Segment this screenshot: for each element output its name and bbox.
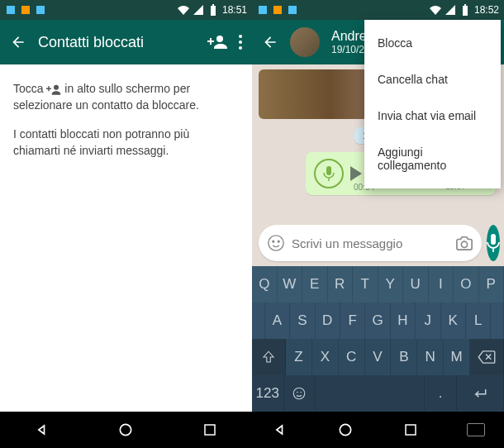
key-y[interactable]: Y xyxy=(378,266,404,303)
status-bar: 18:52 xyxy=(252,0,504,20)
signal-icon xyxy=(193,4,204,16)
nav-bar xyxy=(0,412,252,448)
key-j[interactable]: J xyxy=(416,303,440,339)
key-[object svgsvgelement][interactable] xyxy=(252,339,286,375)
notif-icon xyxy=(287,4,298,16)
message-input[interactable] xyxy=(292,236,449,250)
key-b[interactable]: B xyxy=(391,339,417,375)
svg-rect-10 xyxy=(464,4,466,6)
wifi-icon xyxy=(430,4,441,16)
key-m[interactable]: M xyxy=(444,339,470,375)
notif-icon xyxy=(5,4,17,16)
key-u[interactable]: U xyxy=(403,266,429,303)
instruction-text: Tocca in alto sullo schermo per selezion… xyxy=(13,81,239,113)
page-title: Contatti bloccati xyxy=(38,34,196,51)
content-area: Tocca in alto sullo schermo per selezion… xyxy=(0,64,252,412)
key-c[interactable]: C xyxy=(339,339,365,375)
nav-back-icon[interactable] xyxy=(31,418,54,441)
key-v[interactable]: V xyxy=(365,339,392,375)
status-time: 18:52 xyxy=(474,4,499,16)
key-[object svgsvgelement][interactable] xyxy=(457,375,504,412)
nav-recent-icon[interactable] xyxy=(399,418,422,441)
status-left-icons xyxy=(257,4,298,16)
key-o[interactable]: O xyxy=(454,266,479,303)
key-[object svgsvgelement][interactable] xyxy=(284,375,316,412)
key-space[interactable] xyxy=(316,375,425,412)
menu-item-block[interactable]: Blocca xyxy=(364,25,501,61)
keyboard[interactable]: QWERTYUIOP ASDFGHJKL ZXCVBNM 123. xyxy=(252,266,504,412)
svg-rect-8 xyxy=(205,425,215,435)
status-time: 18:51 xyxy=(222,4,247,16)
add-contact-inline-icon xyxy=(46,83,61,95)
add-contact-icon[interactable] xyxy=(207,32,227,52)
key-x[interactable]: X xyxy=(312,339,339,375)
key-p[interactable]: P xyxy=(479,266,505,303)
audio-avatar xyxy=(314,159,344,188)
key-e[interactable]: E xyxy=(302,266,328,303)
key-t[interactable]: T xyxy=(353,266,378,303)
key-z[interactable]: Z xyxy=(286,339,312,375)
key-l[interactable]: L xyxy=(466,303,491,339)
key-half[interactable] xyxy=(491,303,504,339)
mic-icon xyxy=(323,166,335,181)
mic-button[interactable] xyxy=(487,225,500,261)
svg-rect-0 xyxy=(211,6,216,16)
svg-point-7 xyxy=(121,424,131,435)
svg-point-12 xyxy=(269,236,283,250)
svg-point-14 xyxy=(278,241,279,242)
nav-back-icon[interactable] xyxy=(269,418,292,441)
app-bar: Contatti bloccati xyxy=(0,20,252,64)
key-k[interactable]: K xyxy=(441,303,466,339)
keyboard-row-2: ASDFGHJKL xyxy=(252,303,504,339)
key-f[interactable]: F xyxy=(340,303,365,339)
key-.[interactable]: . xyxy=(425,375,457,412)
emoji-icon[interactable] xyxy=(267,234,285,252)
back-icon[interactable] xyxy=(262,34,278,50)
key-q[interactable]: Q xyxy=(252,266,278,303)
key-i[interactable]: I xyxy=(429,266,454,303)
notif-icon xyxy=(35,4,46,16)
nav-home-icon[interactable] xyxy=(114,418,137,441)
contact-avatar[interactable] xyxy=(290,27,320,57)
svg-point-6 xyxy=(54,85,59,90)
svg-point-20 xyxy=(340,424,350,435)
key-s[interactable]: S xyxy=(290,303,315,339)
svg-point-3 xyxy=(239,35,242,38)
svg-point-19 xyxy=(301,392,302,393)
menu-item-add-shortcut[interactable]: Aggiungi collegamento xyxy=(364,134,501,183)
key-a[interactable]: A xyxy=(265,303,290,339)
key-h[interactable]: H xyxy=(391,303,416,339)
status-right-icons: 18:52 xyxy=(430,4,499,16)
svg-point-18 xyxy=(297,392,298,393)
battery-icon xyxy=(459,4,471,16)
play-icon[interactable] xyxy=(350,166,364,181)
svg-point-13 xyxy=(273,241,274,242)
key-r[interactable]: R xyxy=(328,266,354,303)
keyboard-toggle-icon[interactable] xyxy=(464,418,487,441)
notif-icon xyxy=(272,4,283,16)
svg-rect-16 xyxy=(491,234,496,245)
overflow-icon[interactable] xyxy=(239,35,242,50)
svg-point-4 xyxy=(239,41,242,44)
nav-home-icon[interactable] xyxy=(334,418,357,441)
key-g[interactable]: G xyxy=(365,303,390,339)
message-input-box[interactable] xyxy=(259,225,482,261)
key-d[interactable]: D xyxy=(316,303,340,339)
key-n[interactable]: N xyxy=(417,339,444,375)
wifi-icon xyxy=(178,4,189,16)
nav-recent-icon[interactable] xyxy=(198,418,221,441)
key-w[interactable]: W xyxy=(278,266,303,303)
svg-point-2 xyxy=(216,36,223,42)
svg-point-15 xyxy=(461,241,467,247)
camera-icon[interactable] xyxy=(455,235,473,251)
back-icon[interactable] xyxy=(10,34,26,50)
key-123[interactable]: 123 xyxy=(252,375,284,412)
input-row xyxy=(252,220,504,266)
key-half[interactable] xyxy=(252,303,265,339)
menu-item-email-chat[interactable]: Invia chat via email xyxy=(364,98,501,134)
status-bar: 18:51 xyxy=(0,0,252,20)
svg-rect-1 xyxy=(212,4,214,6)
svg-point-5 xyxy=(239,46,242,50)
key-[object svgsvgelement][interactable] xyxy=(470,339,504,375)
menu-item-clear-chat[interactable]: Cancella chat xyxy=(364,61,501,98)
